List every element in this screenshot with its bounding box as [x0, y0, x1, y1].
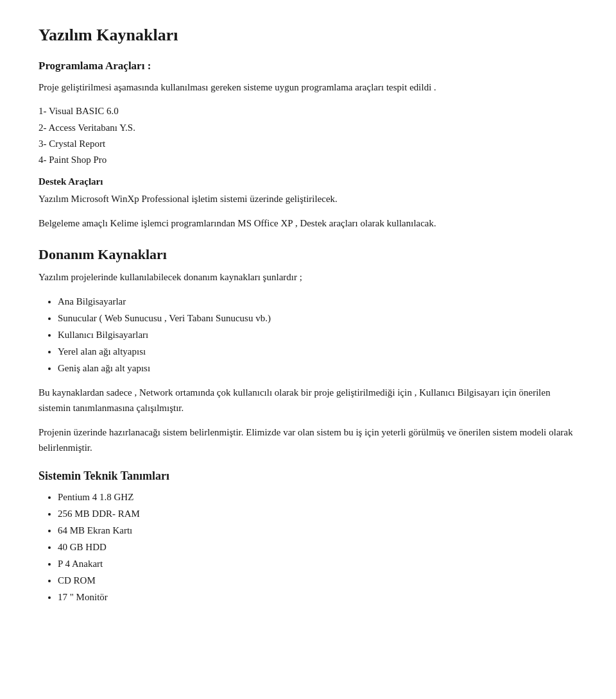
main-title: Yazılım Kaynakları — [38, 26, 578, 45]
list-item: Sunucular ( Web Sunucusu , Veri Tabanı S… — [58, 310, 578, 326]
list-item: 1- Visual BASIC 6.0 — [38, 104, 578, 119]
list-item: 4- Paint Shop Pro — [38, 153, 578, 167]
list-item: Pentium 4 1.8 GHZ — [58, 489, 578, 505]
list-item: 256 MB DDR- RAM — [58, 506, 578, 521]
list-item: Kullanıcı Bilgisayarları — [58, 327, 578, 342]
donanim-intro: Yazılım projelerinde kullanılabilecek do… — [38, 269, 578, 285]
list-item: Yerel alan ağı altyapısı — [58, 344, 578, 359]
donanim-title: Donanım Kaynakları — [38, 246, 578, 263]
programlama-list: 1- Visual BASIC 6.0 2- Access Veritabanı… — [38, 104, 578, 167]
donanim-paragraph2: Projenin üzerinde hazırlanacağı sistem b… — [38, 425, 578, 455]
list-item: CD ROM — [58, 573, 578, 588]
donanim-paragraph1: Bu kaynaklardan sadece , Network ortamın… — [38, 385, 578, 416]
sistemin-list: Pentium 4 1.8 GHZ 256 MB DDR- RAM 64 MB … — [58, 489, 578, 605]
list-item: 17 " Monitör — [58, 589, 578, 605]
sistemin-title: Sistemin Teknik Tanımları — [38, 469, 578, 483]
programlama-intro: Proje geliştirilmesi aşamasında kullanıl… — [38, 80, 578, 95]
list-item: 64 MB Ekran Kartı — [58, 523, 578, 538]
destek-text2: Belgeleme amaçlı Kelime işlemci programl… — [38, 215, 578, 231]
list-item: P 4 Anakart — [58, 556, 578, 571]
destek-section: Destek Araçları Yazılım Microsoft WinXp … — [38, 176, 578, 231]
destek-text1: Yazılım Microsoft WinXp Professional işl… — [38, 191, 578, 206]
programlama-label: Programlama Araçları : — [38, 58, 578, 74]
list-item: Ana Bilgisayarlar — [58, 294, 578, 309]
list-item: 3- Crystal Report — [38, 137, 578, 151]
list-item: 2- Access Veritabanı Y.S. — [38, 121, 578, 135]
list-item: 40 GB HDD — [58, 539, 578, 555]
list-item: Geniş alan ağı alt yapısı — [58, 360, 578, 376]
donanim-list: Ana Bilgisayarlar Sunucular ( Web Sunucu… — [58, 294, 578, 376]
destek-label: Destek Araçları — [38, 176, 578, 187]
